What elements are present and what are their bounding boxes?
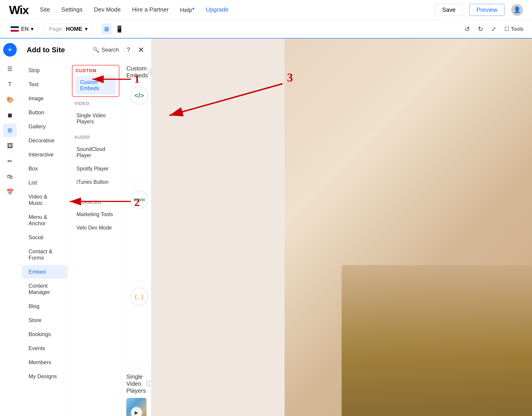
nav-item-social[interactable]: Social: [22, 231, 68, 244]
main-area: + ☰ T 🎨 ◼ ⊞ 🖼 ✏ 🛍 📅 Add to Site 🔍 Search…: [0, 38, 532, 416]
undo-button[interactable]: ↺: [463, 24, 472, 35]
nav-dev-mode[interactable]: Dev Mode: [94, 6, 121, 14]
nav-item-image[interactable]: Image: [22, 92, 68, 105]
nav-settings[interactable]: Settings: [61, 6, 83, 14]
sidebar-icon-bookings[interactable]: 📅: [3, 185, 17, 199]
sidebar-icons: + ☰ T 🎨 ◼ ⊞ 🖼 ✏ 🛍 📅: [0, 38, 20, 416]
embed-widget-icon: </>: [130, 86, 148, 104]
embed-custom-item: {...} Custom Element Display custom elem…: [126, 284, 146, 364]
category-item-custom-embeds[interactable]: Custom Embeds: [76, 76, 116, 95]
embed-widget-item: </> Embed a Widget Use HTML code to add …: [126, 83, 146, 184]
advanced-category-section: ADVANCED Marketing Tools Velo Dev Mode: [70, 198, 122, 234]
video-category-label: VIDEO: [70, 99, 122, 108]
video-upload-thumb[interactable]: ▶ Video Upload: [126, 398, 146, 416]
panel-actions: 🔍 Search ? ✕: [93, 45, 144, 55]
custom-embeds-title: Custom Embeds: [126, 65, 148, 79]
mobile-view-button[interactable]: 📱: [114, 24, 125, 35]
close-button[interactable]: ✕: [138, 45, 144, 54]
redo-button[interactable]: ↻: [476, 24, 485, 35]
video-info-icon[interactable]: ⓘ: [146, 380, 151, 388]
canvas-image: [342, 265, 532, 416]
nav-item-interactive[interactable]: Interactive: [22, 148, 68, 161]
nav-item-blog[interactable]: Blog: [22, 299, 68, 313]
chevron-down-icon: ▾: [31, 26, 34, 32]
sidebar-icon-blog[interactable]: ✏: [3, 154, 17, 168]
nav-item-strip[interactable]: Strip: [22, 64, 68, 77]
lang-label: EN: [21, 26, 28, 32]
category-item-velo[interactable]: Velo Dev Mode: [72, 222, 119, 234]
audio-category-section: AUDIO SoundCloud Player Spotify Player i…: [70, 132, 122, 188]
nav-item-bookings[interactable]: Bookings: [22, 328, 68, 341]
page-label: Page:: [49, 26, 63, 32]
page-selector[interactable]: Page: HOME ▾: [44, 24, 92, 34]
language-selector[interactable]: EN ▾: [7, 24, 37, 34]
nav-item-store[interactable]: Store: [22, 313, 68, 327]
nav-upgrade[interactable]: Upgrade: [206, 6, 228, 14]
panel-content: Strip Text Image Button Gallery Decorati…: [20, 59, 151, 416]
nav-site[interactable]: Site: [40, 6, 50, 14]
sidebar-icon-design[interactable]: 🎨: [3, 93, 17, 106]
nav-item-menu[interactable]: Menu & Anchor: [22, 210, 68, 230]
nav-item-button[interactable]: Button: [22, 106, 68, 119]
sidebar-icon-text[interactable]: T: [3, 77, 17, 91]
chevron-down-icon: ▾: [85, 26, 88, 32]
nav-item-contact[interactable]: Contact & Forms: [22, 245, 68, 265]
fit-button[interactable]: ⤢: [489, 24, 498, 34]
nav-item-video[interactable]: Video & Music: [22, 190, 68, 210]
category-item-marketing[interactable]: Marketing Tools: [72, 208, 119, 221]
play-icon: ▶: [131, 407, 142, 416]
tools-button[interactable]: ☐ Tools: [503, 24, 525, 34]
custom-embeds-header: Custom Embeds ⓘ: [126, 65, 146, 79]
sidebar-icon-pages[interactable]: ☰: [3, 62, 17, 76]
category-panel: CUSTOM Custom Embeds VIDEO Single Video …: [70, 59, 122, 416]
category-item-itunes[interactable]: iTunes Button: [72, 176, 119, 188]
category-item-soundcloud[interactable]: SoundCloud Player: [72, 143, 119, 161]
embed-custom-icon: {...}: [130, 288, 148, 306]
device-switcher: 🖥 📱: [101, 24, 125, 35]
custom-category-label: CUSTOM: [73, 66, 118, 75]
sidebar-icon-media[interactable]: ◼: [3, 108, 17, 122]
embed-site-icon: www: [130, 190, 148, 209]
items-panel: Custom Embeds ⓘ </> Embed a Widget Use H…: [122, 59, 151, 416]
nav-item-text[interactable]: Text: [22, 78, 68, 91]
wix-logo: Wix: [9, 3, 28, 17]
desktop-view-button[interactable]: 🖥: [101, 24, 111, 35]
nav-item-list[interactable]: List: [22, 176, 68, 189]
nav-item-box[interactable]: Box: [22, 162, 68, 175]
panel-title: Add to Site: [27, 46, 65, 54]
nav-item-members[interactable]: Members: [22, 356, 68, 369]
nav-item-embed[interactable]: Embed: [22, 265, 68, 279]
nav-item-decorative[interactable]: Decorative: [22, 134, 68, 147]
audio-category-label: AUDIO: [70, 132, 122, 142]
category-item-spotify[interactable]: Spotify Player: [72, 162, 119, 175]
secondbar: EN ▾ Page: HOME ▾ 🖥 📱 ↺ ↻ ⤢ ☐ Tools: [0, 20, 532, 38]
add-element-button[interactable]: +: [3, 43, 17, 57]
sidebar-icon-store[interactable]: 🛍: [3, 170, 17, 183]
search-icon: 🔍: [93, 47, 99, 53]
nav-item-events[interactable]: Events: [22, 341, 68, 355]
search-button[interactable]: 🔍 Search: [93, 47, 119, 53]
nav-item-gallery[interactable]: Gallery: [22, 120, 68, 133]
embed-site-item: www Embed a Site Display an external web…: [126, 187, 146, 281]
nav-item-content[interactable]: Content Manager: [22, 279, 68, 299]
sidebar-icon-photo[interactable]: 🖼: [3, 139, 17, 152]
page-name: HOME: [66, 26, 82, 32]
sidebar-icon-app[interactable]: ⊞: [3, 123, 17, 137]
info-icon[interactable]: ⓘ: [148, 68, 151, 76]
panel-header: Add to Site 🔍 Search ? ✕: [20, 38, 151, 59]
preview-button[interactable]: Preview: [469, 4, 504, 16]
nav-hire-partner[interactable]: Hire a Partner: [132, 6, 169, 14]
nav-help[interactable]: Help●: [180, 6, 194, 14]
flag-icon: [11, 26, 19, 32]
help-button[interactable]: ?: [124, 45, 133, 55]
add-to-site-panel: Add to Site 🔍 Search ? ✕ Strip Text Imag…: [20, 38, 151, 416]
svg-line-7: [169, 84, 283, 115]
divider: [70, 193, 122, 193]
custom-category-box: CUSTOM Custom Embeds: [72, 65, 119, 97]
save-button[interactable]: Save: [435, 4, 463, 16]
avatar[interactable]: 👤: [511, 4, 523, 16]
top-navigation: Site Settings Dev Mode Hire a Partner He…: [40, 6, 228, 14]
nav-item-mydesigns[interactable]: My Designs: [22, 369, 68, 383]
category-item-single-video[interactable]: Single Video Players: [72, 109, 119, 128]
canvas-area: 3: [151, 38, 532, 416]
